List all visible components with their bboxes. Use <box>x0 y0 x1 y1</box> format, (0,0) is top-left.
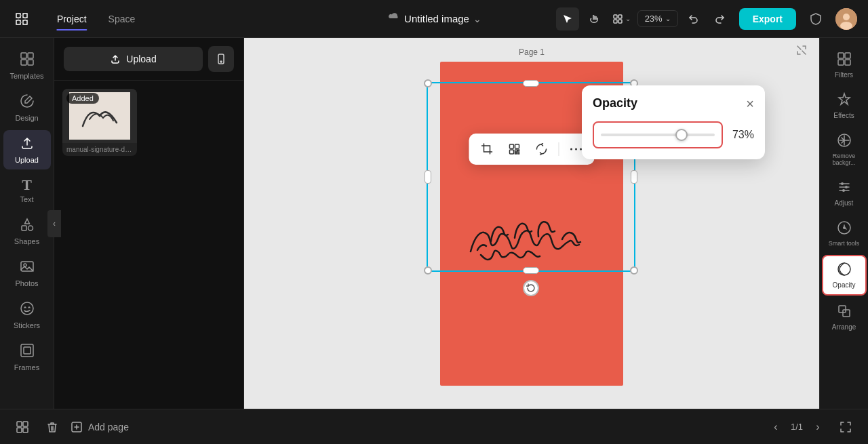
zoom-control[interactable]: 23% ⌄ <box>637 10 678 27</box>
trash-button[interactable] <box>41 416 64 439</box>
tab-space[interactable]: Space <box>98 8 146 30</box>
templates-icon <box>20 52 35 69</box>
canvas-area: Page 1 <box>244 38 819 409</box>
svg-rect-16 <box>21 344 33 357</box>
right-item-effects[interactable]: Effects <box>822 87 867 125</box>
opacity-slider-container <box>593 121 723 148</box>
photos-icon <box>20 259 35 277</box>
smart-tools-icon <box>837 220 852 237</box>
frames-icon <box>20 343 35 361</box>
shapes-icon <box>20 217 35 235</box>
sidebar-item-upload[interactable]: Upload <box>3 130 51 169</box>
remove-bg-icon <box>837 133 852 150</box>
opacity-title: Opacity <box>593 96 637 110</box>
redo-button[interactable] <box>708 7 731 31</box>
effects-icon <box>837 92 852 109</box>
svg-point-12 <box>28 226 33 230</box>
panel-collapse-button[interactable]: ‹ <box>47 210 61 237</box>
handle-tl[interactable] <box>424 79 432 87</box>
svg-point-29 <box>575 148 577 150</box>
avatar[interactable] <box>835 8 857 30</box>
svg-rect-41 <box>839 306 846 312</box>
page-next-button[interactable]: › <box>808 418 827 437</box>
svg-rect-11 <box>22 226 26 230</box>
right-item-adjust[interactable]: Adjust <box>822 174 867 212</box>
svg-rect-32 <box>845 53 850 58</box>
svg-rect-21 <box>510 144 514 148</box>
upload-icon <box>20 136 35 153</box>
canvas-expand-icon[interactable] <box>796 45 807 59</box>
right-item-opacity[interactable]: Opacity <box>822 255 867 296</box>
page-prev-button[interactable]: ‹ <box>766 418 785 437</box>
sidebar-item-frames[interactable]: Frames <box>3 338 51 377</box>
opacity-slider[interactable] <box>601 134 715 136</box>
svg-rect-43 <box>17 422 22 426</box>
svg-rect-25 <box>518 153 519 154</box>
handle-mr[interactable] <box>631 170 637 184</box>
toolbar-divider <box>559 142 559 156</box>
opacity-value: 73% <box>730 129 754 141</box>
handle-br[interactable] <box>630 266 638 275</box>
app-logo[interactable] <box>11 8 33 30</box>
upload-panel: Upload Added manual-signatu <box>54 38 244 409</box>
text-icon: T <box>22 178 32 193</box>
sidebar-item-text[interactable]: T Text <box>3 172 51 209</box>
svg-rect-42 <box>843 310 850 317</box>
svg-point-15 <box>21 302 33 315</box>
text-label: Text <box>20 195 33 203</box>
topbar-tabs: Project Space <box>46 8 146 30</box>
handle-bl[interactable] <box>424 266 432 275</box>
svg-point-19 <box>220 61 222 62</box>
adjust-icon <box>837 180 852 197</box>
page-label: Page 1 <box>519 47 545 57</box>
crop-button[interactable] <box>476 138 499 161</box>
photos-label: Photos <box>15 279 38 287</box>
frames-label: Frames <box>14 363 39 371</box>
sidebar-item-photos[interactable]: Photos <box>3 254 51 293</box>
filename: Untitled image <box>404 13 469 24</box>
replace-button[interactable] <box>530 138 553 161</box>
handle-ml[interactable] <box>425 170 431 184</box>
sidebar-item-stickers[interactable]: Stickers <box>3 296 51 335</box>
svg-rect-0 <box>614 15 617 18</box>
sidebar-item-shapes[interactable]: Shapes <box>3 211 51 251</box>
upload-button[interactable]: Upload <box>64 47 203 71</box>
right-item-remove-bg[interactable]: Remove backgr... <box>822 127 867 171</box>
right-item-smart-tools[interactable]: Smart tools <box>822 215 867 252</box>
design-icon <box>20 94 35 111</box>
qr-button[interactable] <box>503 138 526 161</box>
add-page-button[interactable]: Add page <box>71 421 129 433</box>
right-item-filters[interactable]: Filters <box>822 46 867 84</box>
opacity-close-button[interactable]: × <box>746 97 754 110</box>
left-sidebar: Templates Design Upload T Text <box>0 38 54 409</box>
export-button[interactable]: Export <box>739 8 796 30</box>
sidebar-item-templates[interactable]: Templates <box>3 46 51 85</box>
layout-bottom-button[interactable] <box>11 416 34 439</box>
svg-rect-44 <box>23 422 28 426</box>
svg-rect-46 <box>23 428 28 432</box>
expand-view-button[interactable] <box>834 416 857 439</box>
hand-tool[interactable] <box>583 7 606 31</box>
page-nav: ‹ 1/1 › <box>766 418 827 437</box>
select-tool[interactable] <box>556 7 579 31</box>
cloud-icon <box>387 12 400 26</box>
upload-item[interactable]: Added manual-signature-do... <box>62 89 137 156</box>
bottom-bar: Add page ‹ 1/1 › <box>0 409 868 444</box>
undo-button[interactable] <box>682 7 705 31</box>
tab-project[interactable]: Project <box>46 8 98 30</box>
svg-point-36 <box>845 186 848 188</box>
remove-bg-label: Remove backgr... <box>825 153 864 166</box>
sidebar-item-design[interactable]: Design <box>3 88 51 127</box>
signature-image[interactable] <box>447 177 616 299</box>
right-item-arrange[interactable]: Arrange <box>822 298 867 336</box>
add-page-label: Add page <box>88 422 129 432</box>
layout-tool[interactable]: ⌄ <box>610 7 633 31</box>
mobile-view-button[interactable] <box>208 46 234 72</box>
svg-point-39 <box>843 226 846 229</box>
svg-point-35 <box>841 182 844 185</box>
stickers-label: Stickers <box>14 321 40 329</box>
shield-button[interactable] <box>804 7 827 31</box>
filename-chevron[interactable]: ⌄ <box>473 14 481 24</box>
stickers-icon <box>20 301 35 319</box>
image-filename: manual-signature-do... <box>62 143 137 156</box>
